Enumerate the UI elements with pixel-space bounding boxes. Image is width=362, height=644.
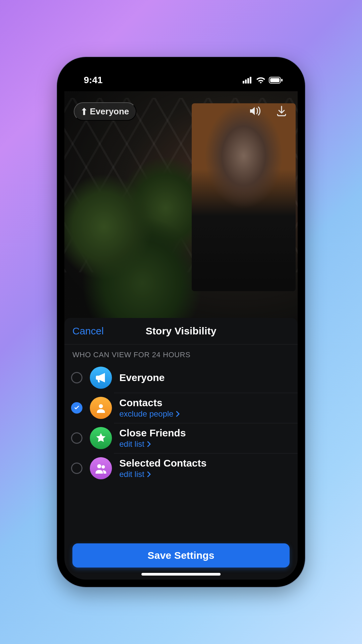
radio-close-friends[interactable]: [71, 432, 82, 444]
option-link-label: edit list: [119, 439, 144, 449]
contact-icon: [90, 397, 112, 419]
option-title: Close Friends: [119, 427, 186, 439]
option-list: Everyone Contacts exclude people: [64, 363, 298, 483]
download-button[interactable]: [275, 105, 288, 118]
story-person-overlay: [192, 103, 296, 291]
home-indicator[interactable]: [141, 573, 221, 576]
cancel-button[interactable]: Cancel: [72, 325, 104, 337]
people-icon: [90, 457, 112, 479]
option-link-exclude[interactable]: exclude people: [119, 409, 180, 419]
option-text: Contacts exclude people: [119, 397, 180, 419]
sound-button[interactable]: [248, 105, 261, 118]
option-link-selected-contacts[interactable]: edit list: [119, 470, 206, 479]
radio-everyone[interactable]: [71, 372, 82, 383]
svg-rect-5: [270, 78, 280, 82]
star-icon: [90, 427, 112, 449]
privacy-pill[interactable]: Everyone: [74, 102, 136, 121]
story-top-controls: Everyone: [74, 101, 288, 121]
option-title: Contacts: [119, 397, 180, 409]
option-title: Everyone: [119, 372, 165, 383]
sheet-title: Story Visibility: [145, 325, 216, 337]
sheet-header: Cancel Story Visibility: [64, 318, 298, 344]
privacy-sheet: Cancel Story Visibility WHO CAN VIEW FOR…: [64, 318, 298, 580]
option-close-friends[interactable]: Close Friends edit list: [64, 423, 298, 453]
speaker-icon: [248, 104, 261, 119]
status-right: [243, 77, 283, 84]
svg-rect-3: [250, 77, 251, 84]
phone-screen: 9:41 Everyone: [64, 64, 298, 580]
svg-point-7: [99, 404, 103, 408]
save-button[interactable]: Save Settings: [72, 543, 290, 568]
chevron-right-icon: [147, 441, 151, 447]
arrow-up-icon: [81, 108, 87, 115]
chevron-right-icon: [147, 471, 151, 477]
svg-rect-2: [247, 78, 249, 84]
dynamic-island: [149, 70, 213, 85]
option-link-label: exclude people: [119, 409, 173, 419]
story-foliage-overlay: [64, 152, 212, 339]
svg-point-8: [97, 464, 101, 468]
status-time: 9:41: [84, 75, 103, 86]
option-selected-contacts[interactable]: Selected Contacts edit list: [64, 453, 298, 483]
option-text: Selected Contacts edit list: [119, 458, 206, 479]
option-contacts[interactable]: Contacts exclude people: [64, 393, 298, 423]
radio-contacts[interactable]: [71, 402, 82, 414]
download-icon: [276, 105, 288, 118]
option-link-label: edit list: [119, 470, 144, 479]
option-everyone[interactable]: Everyone: [64, 363, 298, 393]
story-top-right: [248, 105, 288, 118]
svg-rect-0: [243, 81, 244, 84]
wifi-icon: [256, 77, 265, 84]
battery-icon: [269, 77, 283, 84]
option-title: Selected Contacts: [119, 458, 206, 469]
privacy-pill-label: Everyone: [90, 106, 129, 117]
radio-selected-contacts[interactable]: [71, 463, 82, 474]
option-link-close-friends[interactable]: edit list: [119, 439, 186, 449]
section-label: WHO CAN VIEW FOR 24 HOURS: [64, 344, 298, 363]
option-text: Everyone: [119, 372, 165, 383]
chevron-right-icon: [176, 411, 180, 417]
svg-point-9: [102, 465, 105, 469]
megaphone-icon: [90, 367, 112, 389]
option-text: Close Friends edit list: [119, 427, 186, 449]
svg-rect-1: [245, 79, 247, 84]
svg-rect-6: [281, 79, 283, 82]
phone-device-frame: 9:41 Everyone: [57, 57, 305, 587]
cellular-icon: [243, 77, 253, 84]
